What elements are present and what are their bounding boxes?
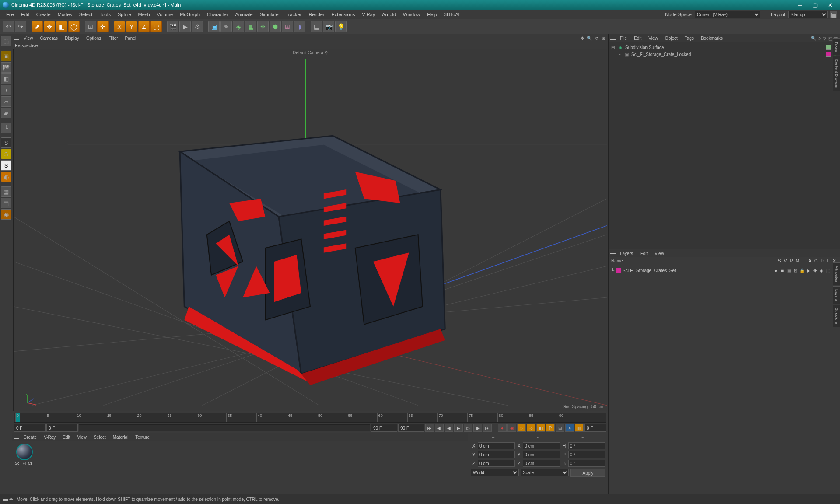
menu-character[interactable]: Character [203,12,231,17]
redo-button[interactable]: ↷ [15,21,26,32]
mat-menu-edit[interactable]: Edit [59,435,74,440]
timeline-ruler[interactable]: 051015202530354045505560657075808590 [14,413,606,423]
coord-scale-select[interactable]: Scale [521,469,569,476]
locked-axis[interactable]: ✛ [97,21,108,32]
coord-rot-p[interactable]: 0 ° [568,451,606,458]
menu-mesh[interactable]: Mesh [135,12,154,17]
menu-mograph[interactable]: MoGraph [176,12,203,17]
vp-rotate-icon[interactable]: ⟲ [593,35,599,41]
menu-help[interactable]: Help [424,12,441,17]
scale-key-button[interactable]: ◧ [536,424,545,432]
layer-render-icon[interactable]: ▤ [786,268,791,273]
vp-menu-view[interactable]: View [20,36,37,41]
menu-modes[interactable]: Modes [54,12,76,17]
menu-3dtoall[interactable]: 3DToAll [441,12,464,17]
pos-key-button[interactable]: ⊹ [527,424,536,432]
keyframe-sel-button[interactable]: ◇ [517,424,526,432]
object-row[interactable]: └▣Sci_Fi_Storage_Crate_Locked✓ [611,51,837,58]
x-axis-toggle[interactable]: X [114,21,125,32]
mat-menu-texture[interactable]: Texture [132,435,153,440]
obj-menu-file[interactable]: File [616,36,630,41]
menu-v-ray[interactable]: V-Ray [358,12,378,17]
camera-object[interactable]: 📷 [323,21,334,32]
apply-button[interactable]: Apply [570,469,606,477]
menu-simulate[interactable]: Simulate [256,12,282,17]
menu-volume[interactable]: Volume [154,12,177,17]
menu-tools[interactable]: Tools [96,12,114,17]
workplane-icon[interactable]: ▦ [1,186,11,197]
viewport-hamburger-icon[interactable] [14,37,19,40]
model-mode[interactable]: ▣ [1,51,11,61]
minimize-button[interactable]: ─ [793,1,808,9]
render-pv-button[interactable]: ▶ [179,21,191,32]
y-axis-toggle[interactable]: Y [126,21,137,32]
menu-extensions[interactable]: Extensions [328,12,358,17]
material-thumb[interactable]: Sci_Fi_Cr [15,444,34,492]
layer-hamburger-icon[interactable] [610,252,616,255]
vp-menu-options[interactable]: Options [83,36,105,41]
layer-menu-edit[interactable]: Edit [637,251,651,256]
coord-pos-y[interactable]: 0 cm [478,451,515,458]
goto-start-button[interactable]: ⏮ [425,424,434,432]
texture-mode[interactable]: 🏁 [1,62,11,73]
vtab-structure[interactable]: Structure [833,305,840,327]
timeline-current-field[interactable]: 0 F [46,424,78,432]
recent-tool[interactable]: ⊡ [85,21,96,32]
layer-solo-icon[interactable]: ● [773,268,778,273]
vtab-content-browser[interactable]: Content Browser [833,56,840,91]
mat-menu-material[interactable]: Material [109,435,132,440]
menu-tracker[interactable]: Tracker [282,12,305,17]
menu-window[interactable]: Window [399,12,424,17]
record-button[interactable]: ● [498,424,507,432]
cube-primitive[interactable]: ▣ [208,21,220,32]
snap-settings-icon-2[interactable]: ◉ [1,209,11,220]
vtab-layers[interactable]: Layers [833,286,840,304]
timeline-start-field[interactable]: 0 F [14,424,46,432]
timeline-end2-field[interactable]: 90 F [398,424,424,432]
layer-body[interactable]: └ Sci-Fi_Storage_Crates_Set ● ■ ▤ ⊡ 🔒 ▶ … [609,265,840,494]
coord-rot-h[interactable]: 0 ° [568,442,606,449]
mat-menu-v-ray[interactable]: V-Ray [40,435,59,440]
obj-menu-edit[interactable]: Edit [630,36,645,41]
material-hamburger-icon[interactable] [14,436,19,439]
menu-create[interactable]: Create [33,12,54,17]
rot-key-button[interactable]: P [546,424,555,432]
move-tool[interactable]: ✥ [44,21,55,32]
play-button[interactable]: ▶ [454,424,463,432]
rotate-tool[interactable]: ◯ [68,21,80,32]
menu-select[interactable]: Select [76,12,96,17]
layer-expr-icon[interactable]: ⬚ [826,268,831,273]
object-hamburger-icon[interactable] [610,37,616,40]
light-object[interactable]: 💡 [335,21,346,32]
prev-frame-button[interactable]: ◀ [444,424,453,432]
vp-menu-filter[interactable]: Filter [105,36,121,41]
close-button[interactable]: ✕ [822,1,837,9]
layer-color-swatch[interactable] [616,268,621,273]
object-tag[interactable] [826,45,831,50]
axis-mode[interactable]: └ [1,122,11,133]
object-row[interactable]: ⊟◈Subdivision Surface✓ [611,44,837,51]
status-hamburger-icon[interactable] [3,498,8,501]
point-mode[interactable]: ⫶ [1,85,11,95]
anim-layer-button[interactable]: ▥ [575,424,584,432]
tree-toggle-icon[interactable]: └ [617,52,622,57]
menu-spline[interactable]: Spline [114,12,135,17]
field-generator[interactable]: ⊞ [282,21,293,32]
vp-move-icon[interactable]: ✥ [579,35,585,41]
vp-menu-panel[interactable]: Panel [122,36,140,41]
obj-menu-view[interactable]: View [645,36,662,41]
menu-edit[interactable]: Edit [18,12,33,17]
mat-menu-view[interactable]: View [74,435,90,440]
extrude-generator[interactable]: ▦ [245,21,256,32]
menu-render[interactable]: Render [305,12,328,17]
render-view-button[interactable]: 🎬 [167,21,178,32]
layer-menu-layers[interactable]: Layers [616,251,637,256]
autokey-button[interactable]: ◉ [508,424,516,432]
vp-zoom-icon[interactable]: 🔍 [586,35,592,41]
object-tree[interactable]: ⊟◈Subdivision Surface✓└▣Sci_Fi_Storage_C… [609,42,840,249]
layout-select[interactable]: Startup [788,11,828,18]
object-tag[interactable] [826,52,831,57]
edge-mode[interactable]: ▱ [1,96,11,107]
filter-icon[interactable]: ◇ [818,36,821,41]
layout-menu-icon[interactable]: ▤ [830,11,837,18]
